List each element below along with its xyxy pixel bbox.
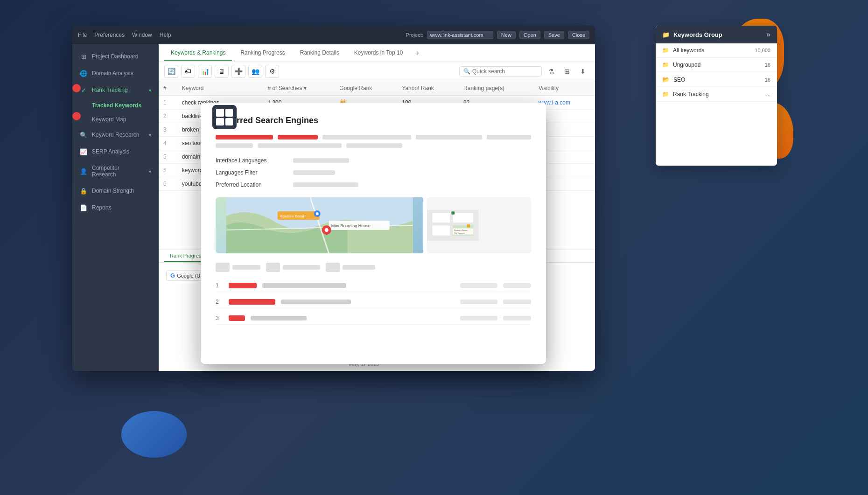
rp-item-ungrouped[interactable]: 📁 Ungrouped 16	[656, 58, 777, 72]
svg-rect-25	[453, 212, 473, 223]
svg-point-21	[316, 212, 319, 215]
folder-icon: 📁	[662, 31, 670, 38]
col-google-rank: Google Rank	[335, 81, 397, 96]
pse-red-bar-2	[229, 299, 275, 305]
close-button[interactable]: Close	[568, 31, 589, 39]
dashboard-icon: ⊞	[80, 53, 87, 60]
decorative-blob-blue	[121, 411, 187, 458]
monitor-button[interactable]: 🖥	[215, 65, 229, 78]
sidebar-label-serp-analysis: SERP Analysis	[92, 148, 129, 155]
tab-keywords-rankings[interactable]: Keywords & Rankings	[164, 46, 232, 61]
rank-tracking-folder-icon: 📁	[662, 91, 669, 98]
pse-gray-3a	[251, 316, 307, 321]
sidebar-item-project-dashboard[interactable]: ⊞ Project Dashboard	[72, 48, 159, 65]
col-ranking-pages: Ranking page(s)	[459, 81, 534, 96]
rp-item-rank-tracking[interactable]: 📁 Rank Tracking ...	[656, 87, 777, 102]
grid-cell-2	[225, 109, 233, 117]
preferred-location-label: Preferred Location	[216, 181, 286, 188]
sidebar: ⊞ Project Dashboard 🌐 Domain Analysis ✓ …	[72, 44, 159, 371]
svg-rect-24	[432, 212, 450, 223]
pse-row-num-2: 2	[216, 299, 223, 305]
sidebar-item-keyword-research[interactable]: 🔍 Keyword Research	[72, 126, 159, 143]
keywords-group-title: Keywords Group	[673, 31, 722, 38]
tab-ranking-progress[interactable]: Ranking Progress	[234, 46, 291, 61]
settings-row-lang-filter: Languages Filter	[216, 169, 531, 176]
sidebar-label-competitor-research: Competitor Research	[92, 165, 144, 178]
settings-rows: Interface Languages Languages Filter Pre…	[216, 157, 531, 188]
rp-item-all-keywords-count: 10,000	[755, 48, 770, 53]
search-icon: 🔍	[463, 68, 470, 75]
settings-row-interface-lang: Interface Languages	[216, 157, 531, 164]
save-button[interactable]: Save	[544, 31, 564, 39]
settings-button[interactable]: ⚙	[265, 65, 279, 78]
rp-item-seo[interactable]: 📂 SEO 16	[656, 72, 777, 87]
pse-bottom: 1 2 3	[216, 263, 531, 325]
filter-button[interactable]: ⚗	[545, 65, 558, 78]
se-row-2	[216, 143, 531, 148]
serp-analysis-icon: 📈	[80, 148, 87, 155]
add-tab-button[interactable]: +	[411, 47, 423, 59]
grid-cell-4	[225, 118, 233, 126]
menu-window[interactable]: Window	[132, 32, 152, 38]
col-searches[interactable]: # of Searches ▾	[263, 81, 335, 96]
se-bar-1a	[216, 135, 273, 139]
pse-light-2c	[503, 300, 531, 304]
pse-row-num-3: 3	[216, 315, 223, 321]
sidebar-item-serp-analysis[interactable]: 📈 SERP Analysis	[72, 143, 159, 160]
tab-ranking-details[interactable]: Ranking Details	[294, 46, 346, 61]
new-button[interactable]: New	[497, 31, 516, 39]
sidebar-item-competitor-research[interactable]: 👤 Competitor Research	[72, 160, 159, 182]
pse-data-row-3: 3	[216, 312, 531, 325]
expand-button[interactable]: »	[766, 30, 770, 39]
sidebar-item-domain-analysis[interactable]: 🌐 Domain Analysis	[72, 65, 159, 82]
col-keyword: Keyword	[177, 81, 263, 96]
rp-item-all-keywords[interactable]: 📁 All keywords 10,000	[656, 43, 777, 58]
se-bar-1c	[322, 135, 411, 139]
svg-rect-29	[467, 224, 470, 228]
interface-lang-bar	[293, 158, 349, 163]
pse-gray-2a	[281, 300, 351, 304]
map-side: Reuben's Brews - The Taproom	[427, 197, 531, 253]
menu-preferences[interactable]: Preferences	[94, 32, 125, 38]
languages-filter-label: Languages Filter	[216, 169, 286, 176]
menu-file[interactable]: File	[78, 32, 87, 38]
decorative-dot-red-2	[72, 112, 81, 120]
svg-rect-28	[452, 211, 455, 215]
sidebar-label-domain-strength: Domain Strength	[92, 188, 134, 194]
search-input[interactable]	[472, 68, 538, 75]
sidebar-sub-tracked-keywords[interactable]: Tracked Keywords	[72, 98, 159, 112]
pse-red-bar-3	[229, 315, 245, 321]
competitor-research-icon: 👤	[80, 167, 87, 175]
grid-cell-1	[216, 109, 224, 117]
menu-help[interactable]: Help	[160, 32, 171, 38]
se-bar-1e	[487, 135, 531, 139]
tab-keywords-top10[interactable]: Keywords in Top 10	[348, 46, 410, 61]
sidebar-item-rank-tracking[interactable]: ✓ Rank Tracking	[72, 82, 159, 98]
keywords-group-panel: 📁 Keywords Group » 📁 All keywords 10,000…	[656, 26, 777, 166]
open-button[interactable]: Open	[519, 31, 540, 39]
pse-light-3c	[503, 316, 531, 321]
user-button[interactable]: 👥	[248, 65, 262, 78]
sidebar-label-keyword-research: Keyword Research	[92, 132, 139, 138]
export-button[interactable]: ⬇	[576, 65, 589, 78]
se-bar-2a	[216, 143, 253, 148]
sidebar-item-reports[interactable]: 📄 Reports	[72, 199, 159, 216]
add-keyword-button[interactable]: ➕	[231, 65, 245, 78]
sidebar-sub-keyword-map[interactable]: Keyword Map	[72, 112, 159, 126]
col-yahoo-rank: Yahoo! Rank	[397, 81, 459, 96]
project-selector[interactable]: www.link-assistant.com	[427, 31, 493, 39]
tag-button[interactable]: 🏷	[181, 65, 195, 78]
seo-folder-icon: 📂	[662, 76, 670, 83]
chart-button[interactable]: 📊	[198, 65, 212, 78]
project-label: Project:	[406, 32, 423, 38]
pse-light-2b	[460, 300, 497, 304]
title-bar-right: Project: www.link-assistant.com New Open…	[406, 31, 589, 39]
sidebar-item-domain-strength[interactable]: 🔒 Domain Strength	[72, 182, 159, 199]
pse-icon-sq-3	[326, 263, 340, 272]
se-rows	[216, 135, 531, 148]
view-toggle-button[interactable]: ⊞	[560, 65, 574, 78]
reports-icon: 📄	[80, 204, 87, 211]
all-keywords-icon: 📁	[662, 47, 669, 54]
refresh-button[interactable]: 🔄	[164, 65, 178, 78]
pse-icon-block-2	[266, 263, 320, 272]
